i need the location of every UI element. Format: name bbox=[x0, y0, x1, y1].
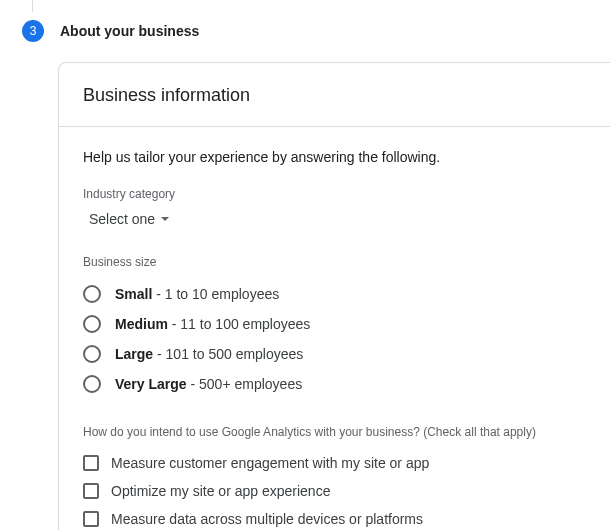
size-label: Business size bbox=[83, 255, 586, 269]
radio-icon bbox=[83, 345, 101, 363]
size-option-small[interactable]: Small - 1 to 10 employees bbox=[83, 279, 586, 309]
radio-label: Small - 1 to 10 employees bbox=[115, 286, 279, 302]
radio-icon bbox=[83, 315, 101, 333]
usage-option-cross-device[interactable]: Measure data across multiple devices or … bbox=[83, 505, 586, 530]
checkbox-icon bbox=[83, 455, 99, 471]
card-title: Business information bbox=[83, 85, 586, 106]
radio-label: Large - 101 to 500 employees bbox=[115, 346, 303, 362]
intro-text: Help us tailor your experience by answer… bbox=[83, 149, 586, 165]
step-number-badge: 3 bbox=[22, 20, 44, 42]
usage-option-engagement[interactable]: Measure customer engagement with my site… bbox=[83, 449, 586, 477]
checkbox-icon bbox=[83, 483, 99, 499]
radio-label: Medium - 11 to 100 employees bbox=[115, 316, 310, 332]
checkbox-label: Measure data across multiple devices or … bbox=[111, 511, 423, 527]
step-title: About your business bbox=[60, 23, 199, 39]
checkbox-label: Optimize my site or app experience bbox=[111, 483, 330, 499]
checkbox-icon bbox=[83, 511, 99, 527]
usage-label: How do you intend to use Google Analytic… bbox=[83, 425, 586, 439]
industry-dropdown[interactable]: Select one bbox=[89, 211, 169, 227]
business-info-card: Business information Help us tailor your… bbox=[58, 62, 610, 530]
card-body: Help us tailor your experience by answer… bbox=[59, 127, 610, 530]
step-number: 3 bbox=[30, 24, 37, 38]
step-header: 3 About your business bbox=[0, 0, 610, 62]
checkbox-label: Measure customer engagement with my site… bbox=[111, 455, 429, 471]
radio-label: Very Large - 500+ employees bbox=[115, 376, 302, 392]
size-radio-group: Small - 1 to 10 employees Medium - 11 to… bbox=[83, 279, 586, 399]
size-option-large[interactable]: Large - 101 to 500 employees bbox=[83, 339, 586, 369]
size-option-very-large[interactable]: Very Large - 500+ employees bbox=[83, 369, 586, 399]
card-header: Business information bbox=[59, 63, 610, 127]
chevron-down-icon bbox=[161, 217, 169, 221]
usage-checkbox-group: Measure customer engagement with my site… bbox=[83, 449, 586, 530]
usage-option-optimize[interactable]: Optimize my site or app experience bbox=[83, 477, 586, 505]
industry-selected: Select one bbox=[89, 211, 155, 227]
stepper-line bbox=[32, 0, 33, 12]
industry-label: Industry category bbox=[83, 187, 586, 201]
radio-icon bbox=[83, 285, 101, 303]
radio-icon bbox=[83, 375, 101, 393]
size-option-medium[interactable]: Medium - 11 to 100 employees bbox=[83, 309, 586, 339]
